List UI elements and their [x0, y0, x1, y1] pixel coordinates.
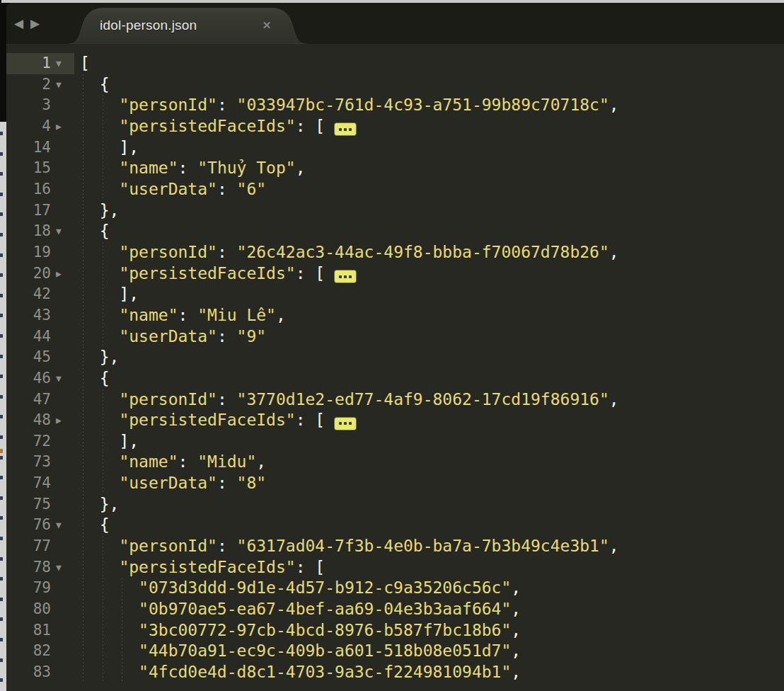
- code-line: 2▼ {: [6, 74, 784, 96]
- tab-nav-forward-icon[interactable]: ▶: [30, 3, 40, 44]
- json-string-token: "Midu": [197, 452, 256, 471]
- json-punctuation-token: :: [178, 452, 197, 471]
- code-text: },: [74, 347, 784, 368]
- json-string-token: "userData": [119, 180, 217, 198]
- folded-code-indicator[interactable]: [335, 270, 356, 282]
- fold-collapsed-icon[interactable]: ▶: [51, 263, 74, 285]
- fold-expanded-icon[interactable]: ▼: [51, 221, 74, 242]
- json-string-token: "6": [237, 180, 267, 198]
- json-string-token: "8": [237, 474, 267, 492]
- json-punctuation-token: :: [178, 306, 197, 324]
- json-punctuation-token: :: [217, 96, 237, 114]
- json-punctuation-token: [80, 180, 119, 198]
- code-line: 19 "personId": "26c42ac3-44ac-49f8-bbba-…: [6, 242, 784, 263]
- json-string-token: "44b70a91-ec9c-409b-a601-518b08e051d7": [139, 641, 511, 660]
- gutter-cell: 72: [6, 431, 74, 452]
- json-punctuation-token: ,: [296, 159, 306, 177]
- gutter-cell-active: 1▼: [6, 53, 74, 74]
- fold-collapsed-icon[interactable]: ▶: [51, 116, 74, 137]
- json-punctuation-token: {: [80, 369, 110, 387]
- line-number: 46: [6, 368, 51, 389]
- gutter-cell: 15: [6, 158, 74, 179]
- code-text: "personId": "3770d1e2-ed77-4af9-8062-17c…: [74, 389, 784, 411]
- fold-collapsed-icon[interactable]: ▶: [51, 410, 74, 431]
- json-punctuation-token: [80, 452, 119, 471]
- fold-expanded-icon[interactable]: ▼: [51, 74, 74, 96]
- json-punctuation-token: :: [178, 159, 197, 177]
- json-string-token: "Thuỷ Top": [197, 159, 295, 177]
- json-string-token: "Miu Lê": [197, 306, 276, 324]
- gutter-cell: 2▼: [6, 74, 74, 96]
- code-text: "name": "Thuỷ Top",: [74, 158, 784, 179]
- line-number: 43: [6, 305, 51, 326]
- code-text: "0b970ae5-ea67-4bef-aa69-04e3b3aaf664",: [74, 599, 784, 620]
- json-string-token: "userData": [119, 474, 217, 492]
- code-line: 77 "personId": "6317ad04-7f3b-4e0b-ba7a-…: [6, 536, 784, 557]
- json-string-token: "persistedFaceIds": [119, 117, 295, 135]
- line-number: 48: [6, 410, 51, 431]
- json-punctuation-token: },: [80, 348, 119, 366]
- json-string-token: "3770d1e2-ed77-4af9-8062-17cd19f86916": [237, 390, 609, 409]
- folded-code-indicator[interactable]: [335, 123, 356, 135]
- background-window-list-edge: [0, 122, 6, 691]
- background-window-dark-edge: [0, 0, 6, 122]
- code-text: ],: [74, 137, 784, 159]
- folded-code-indicator[interactable]: [335, 418, 356, 430]
- json-punctuation-token: [80, 474, 119, 492]
- gutter-cell: 47: [6, 389, 74, 411]
- json-string-token: "persistedFaceIds": [119, 411, 295, 429]
- tab-close-icon[interactable]: ✕: [258, 7, 275, 44]
- json-punctuation-token: [80, 327, 119, 346]
- json-punctuation-token: ],: [80, 432, 139, 450]
- json-punctuation-token: : [: [296, 558, 325, 576]
- json-punctuation-token: ,: [511, 578, 521, 597]
- code-line: 74 "userData": "8": [6, 473, 784, 494]
- tab-title: idol-person.json: [100, 7, 197, 44]
- code-line: 45 },: [6, 347, 784, 368]
- code-line: 73 "name": "Midu",: [6, 452, 784, 473]
- code-line: 76▼ {: [6, 515, 784, 536]
- json-string-token: "name": [119, 306, 178, 324]
- fold-expanded-icon[interactable]: ▼: [51, 53, 74, 74]
- json-punctuation-token: ,: [276, 306, 286, 324]
- line-number: 73: [6, 452, 51, 473]
- gutter-cell: 82: [6, 641, 74, 662]
- code-line: 14 ],: [6, 137, 784, 159]
- json-punctuation-token: :: [217, 327, 237, 346]
- gutter-cell: 45: [6, 347, 74, 368]
- code-line: 79 "073d3ddd-9d1e-4d57-b912-c9a35206c56c…: [6, 578, 784, 599]
- gutter-cell: 48▶: [6, 410, 74, 431]
- json-punctuation-token: [: [80, 54, 90, 72]
- fold-expanded-icon[interactable]: ▼: [51, 368, 74, 389]
- line-number: 78: [6, 557, 51, 578]
- line-number: 74: [6, 473, 51, 494]
- tab-idol-person-json[interactable]: idol-person.json ✕: [69, 7, 306, 44]
- gutter-cell: 78▼: [6, 557, 74, 578]
- code-line: 75 },: [6, 494, 784, 515]
- fold-expanded-icon[interactable]: ▼: [51, 557, 74, 578]
- fold-expanded-icon[interactable]: ▼: [51, 515, 74, 536]
- json-punctuation-token: [80, 641, 139, 660]
- code-text: "userData": "9": [74, 326, 784, 348]
- code-editor[interactable]: 1▼[2▼ {3 "personId": "033947bc-761d-4c93…: [6, 44, 784, 691]
- line-number: 17: [6, 200, 51, 222]
- line-number: 81: [6, 620, 51, 641]
- json-punctuation-token: ,: [511, 663, 521, 681]
- code-text: "3bc00772-97cb-4bcd-8976-b587f7bc18b6",: [74, 620, 784, 641]
- json-punctuation-token: ,: [609, 390, 619, 409]
- gutter-cell: 79: [6, 578, 74, 599]
- code-line: 4▶ "persistedFaceIds": [: [6, 116, 784, 137]
- line-number: 4: [6, 116, 51, 137]
- json-punctuation-token: ,: [511, 641, 521, 660]
- json-punctuation-token: ,: [609, 96, 619, 114]
- json-punctuation-token: ,: [511, 600, 521, 618]
- gutter-cell: 81: [6, 620, 74, 641]
- code-line: 3 "personId": "033947bc-761d-4c93-a751-9…: [6, 95, 784, 116]
- line-number: 3: [6, 95, 51, 116]
- code-line: 46▼ {: [6, 368, 784, 389]
- code-text: "personId": "033947bc-761d-4c93-a751-99b…: [74, 95, 784, 116]
- code-text: ],: [74, 284, 784, 305]
- tab-nav-back-icon[interactable]: ◀: [14, 3, 23, 44]
- code-text: "44b70a91-ec9c-409b-a601-518b08e051d7",: [74, 641, 784, 662]
- code-text: {: [74, 368, 784, 389]
